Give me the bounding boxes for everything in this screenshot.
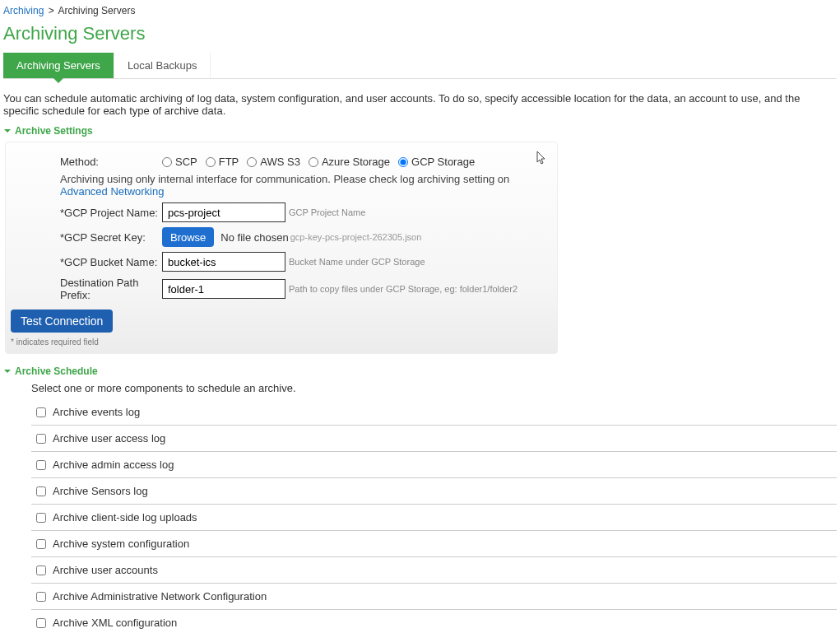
radio-ftp[interactable] (206, 157, 216, 167)
schedule-intro: Select one or more components to schedul… (31, 382, 837, 394)
gcp-project-name-input[interactable] (162, 202, 285, 222)
schedule-item-label: Archive user access log (53, 432, 165, 444)
section-title-schedule: Archive Schedule (15, 365, 98, 377)
no-file-chosen-text: No file chosen (220, 231, 288, 244)
test-connection-row: Test Connection (11, 310, 545, 333)
schedule-item-sensors-log[interactable]: Archive Sensors log (31, 478, 837, 505)
schedule-item-label: Archive XML configuration (53, 617, 177, 629)
checkbox-admin-access-log[interactable] (36, 460, 46, 470)
method-option-azure[interactable]: Azure Storage (309, 156, 390, 168)
gcp-bucket-name-input[interactable] (162, 252, 285, 272)
bucket-row: *GCP Bucket Name: Bucket Name under GCP … (60, 252, 545, 272)
intro-text: You can schedule automatic archiving of … (3, 92, 837, 117)
dest-row: Destination Path Prefix: Path to copy fi… (60, 277, 545, 301)
schedule-item-system-config[interactable]: Archive system configuration (31, 531, 837, 557)
radio-gcp-label: GCP Storage (411, 156, 475, 168)
method-row: Method: SCP FTP AWS S3 Azure Storage GCP… (60, 156, 545, 168)
schedule-item-admin-net-config[interactable]: Archive Administrative Network Configura… (31, 584, 837, 610)
schedule-item-admin-access-log[interactable]: Archive admin access log (31, 452, 837, 478)
project-hint: GCP Project Name (289, 207, 365, 217)
tab-local-backups[interactable]: Local Backups (114, 53, 211, 78)
bucket-label: *GCP Bucket Name: (60, 256, 162, 268)
radio-gcp[interactable] (398, 157, 408, 167)
project-row: *GCP Project Name: GCP Project Name (60, 202, 545, 222)
chosen-file-name: gcp-key-pcs-project-262305.json (290, 232, 422, 242)
radio-awss3[interactable] (247, 157, 257, 167)
cursor-icon (536, 151, 547, 168)
schedule-item-label: Archive system configuration (53, 538, 189, 550)
method-option-awss3[interactable]: AWS S3 (247, 156, 300, 168)
checkbox-admin-net-config[interactable] (36, 592, 46, 602)
checkbox-events-log[interactable] (36, 407, 46, 417)
schedule-item-events-log[interactable]: Archive events log (31, 399, 837, 426)
required-note: * indicates required field (11, 337, 545, 347)
checkbox-system-config[interactable] (36, 539, 46, 549)
checkbox-client-side-log[interactable] (36, 513, 46, 523)
page-title: Archiving Servers (3, 23, 837, 44)
radio-scp-label: SCP (175, 156, 197, 168)
radio-azure-label: Azure Storage (322, 156, 390, 168)
tab-bar: Archiving Servers Local Backups (3, 53, 837, 79)
schedule-list: Archive events log Archive user access l… (31, 399, 837, 633)
radio-ftp-label: FTP (219, 156, 239, 168)
section-header-archive-schedule[interactable]: Archive Schedule (3, 365, 837, 377)
schedule-item-label: Archive events log (53, 406, 140, 418)
breadcrumb-current: Archiving Servers (58, 5, 135, 16)
checkbox-sensors-log[interactable] (36, 486, 46, 496)
radio-azure[interactable] (309, 157, 318, 167)
checkbox-xml-config[interactable] (36, 618, 46, 628)
chevron-down-icon (3, 367, 12, 375)
breadcrumb-separator: > (47, 5, 56, 16)
schedule-item-label: Archive user accounts (53, 564, 158, 576)
secret-row: *GCP Secret Key: Browse No file chosen g… (60, 227, 545, 247)
schedule-item-user-access-log[interactable]: Archive user access log (31, 426, 837, 452)
dest-hint: Path to copy files under GCP Storage, eg… (289, 284, 517, 294)
schedule-item-xml-config[interactable]: Archive XML configuration (31, 610, 837, 633)
method-option-scp[interactable]: SCP (162, 156, 197, 168)
bucket-hint: Bucket Name under GCP Storage (289, 257, 425, 267)
schedule-item-client-side-log[interactable]: Archive client-side log uploads (31, 505, 837, 531)
dest-label: Destination Path Prefix: (60, 277, 162, 301)
schedule-item-label: Archive client-side log uploads (53, 511, 197, 524)
advanced-networking-link[interactable]: Advanced Networking (60, 185, 164, 198)
project-label: *GCP Project Name: (60, 207, 162, 219)
section-header-archive-settings[interactable]: Archive Settings (3, 125, 837, 137)
method-label: Method: (60, 156, 162, 168)
checkbox-user-accounts[interactable] (36, 566, 46, 575)
tab-archiving-servers[interactable]: Archiving Servers (3, 53, 114, 78)
chevron-down-icon (3, 127, 12, 135)
schedule-item-label: Archive Sensors log (53, 485, 148, 497)
section-title-settings: Archive Settings (15, 125, 93, 137)
method-option-ftp[interactable]: FTP (206, 156, 239, 168)
archive-settings-panel: Method: SCP FTP AWS S3 Azure Storage GCP… (5, 142, 558, 354)
schedule-item-label: Archive Administrative Network Configura… (53, 590, 267, 603)
breadcrumb: Archiving > Archiving Servers (3, 3, 837, 21)
method-options: SCP FTP AWS S3 Azure Storage GCP Storage (162, 156, 475, 168)
secret-label: *GCP Secret Key: (60, 231, 162, 244)
interface-hint: Archiving using only internal interface … (60, 173, 545, 198)
breadcrumb-root-link[interactable]: Archiving (3, 5, 44, 16)
radio-scp[interactable] (162, 157, 172, 167)
interface-hint-text: Archiving using only internal interface … (60, 173, 509, 185)
checkbox-user-access-log[interactable] (36, 434, 46, 444)
schedule-item-user-accounts[interactable]: Archive user accounts (31, 557, 837, 584)
destination-path-input[interactable] (162, 279, 285, 299)
test-connection-button[interactable]: Test Connection (11, 310, 113, 333)
radio-awss3-label: AWS S3 (260, 156, 300, 168)
schedule-item-label: Archive admin access log (53, 458, 174, 471)
browse-button[interactable]: Browse (162, 227, 214, 247)
method-option-gcp[interactable]: GCP Storage (398, 156, 475, 168)
